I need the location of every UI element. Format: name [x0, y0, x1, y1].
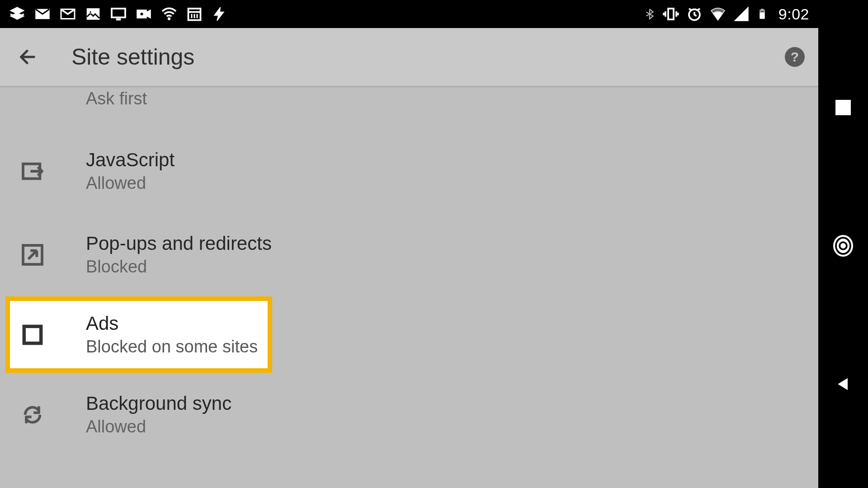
mail-icon: [34, 6, 51, 22]
page-title: Site settings: [71, 44, 194, 70]
bolt-icon: [212, 6, 228, 22]
setting-subtitle: Allowed: [86, 174, 175, 193]
camera-icon: [136, 6, 152, 22]
setting-subtitle: Blocked on some sites: [86, 337, 258, 357]
svg-rect-5: [117, 19, 121, 20]
setting-title: Ads: [86, 313, 258, 334]
popups-icon: [20, 242, 45, 267]
setting-row-bgsync[interactable]: Background sync Allowed: [0, 373, 818, 456]
sync-icon: [20, 402, 45, 427]
arrow-left-icon: [17, 47, 38, 67]
viewport: 9:02 Site settings ? Ask first: [0, 0, 868, 488]
screen-icon: [110, 6, 127, 22]
svg-rect-4: [112, 9, 125, 18]
app-bar: Site settings ?: [0, 28, 818, 86]
setting-title: Background sync: [86, 393, 231, 414]
setting-title: JavaScript: [86, 149, 175, 171]
image-icon: [85, 6, 101, 22]
nav-home-button[interactable]: [833, 236, 853, 256]
calendar-icon: [186, 6, 203, 22]
svg-point-7: [140, 12, 144, 16]
help-button[interactable]: ?: [785, 47, 805, 67]
nav-back-button[interactable]: [833, 374, 853, 394]
wifi-signal-icon: [710, 6, 726, 22]
javascript-icon: [20, 159, 45, 184]
back-button[interactable]: [14, 43, 41, 70]
svg-point-8: [168, 18, 170, 20]
stacked-icon: [9, 6, 25, 22]
nav-overview-button[interactable]: [833, 98, 853, 117]
setting-subtitle: Allowed: [86, 417, 231, 436]
vibrate-icon: [663, 6, 679, 22]
setting-row-javascript[interactable]: JavaScript Allowed: [0, 129, 818, 213]
svg-rect-21: [760, 13, 764, 19]
wifi-icon: [161, 6, 177, 22]
setting-subtitle: Blocked: [86, 257, 272, 277]
cell-signal-icon: [733, 6, 750, 22]
status-left-icons: [9, 6, 228, 22]
svg-rect-22: [761, 9, 763, 10]
setting-row-popups[interactable]: Pop-ups and redirects Blocked: [0, 213, 818, 296]
svg-point-3: [90, 11, 92, 13]
status-right-icons: 9:02: [644, 5, 809, 23]
phone-screen: 9:02 Site settings ? Ask first: [0, 0, 818, 488]
ads-icon: [20, 322, 45, 347]
status-bar: 9:02: [0, 0, 818, 28]
battery-icon: [757, 6, 768, 22]
setting-row-ads[interactable]: Ads Blocked on some sites: [0, 296, 818, 373]
help-icon: ?: [791, 50, 799, 64]
setting-title: Pop-ups and redirects: [86, 233, 272, 254]
svg-rect-25: [24, 326, 41, 343]
gmail-icon: [60, 6, 76, 22]
alarm-icon: [686, 6, 703, 22]
setting-subtitle: Ask first: [86, 89, 147, 108]
settings-list[interactable]: Ask first JavaScript Allowed: [0, 86, 818, 488]
bluetooth-icon: [644, 6, 656, 22]
status-clock: 9:02: [778, 5, 809, 23]
svg-rect-14: [668, 9, 674, 19]
setting-row-partial[interactable]: Ask first: [0, 86, 818, 129]
